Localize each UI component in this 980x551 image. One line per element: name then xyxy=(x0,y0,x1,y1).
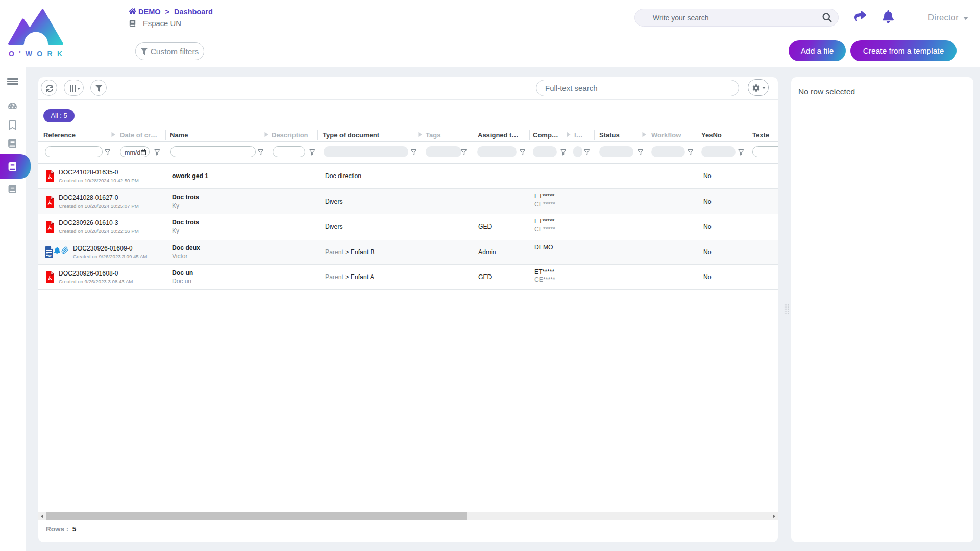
svg-text:O'WORK: O'WORK xyxy=(9,49,64,57)
